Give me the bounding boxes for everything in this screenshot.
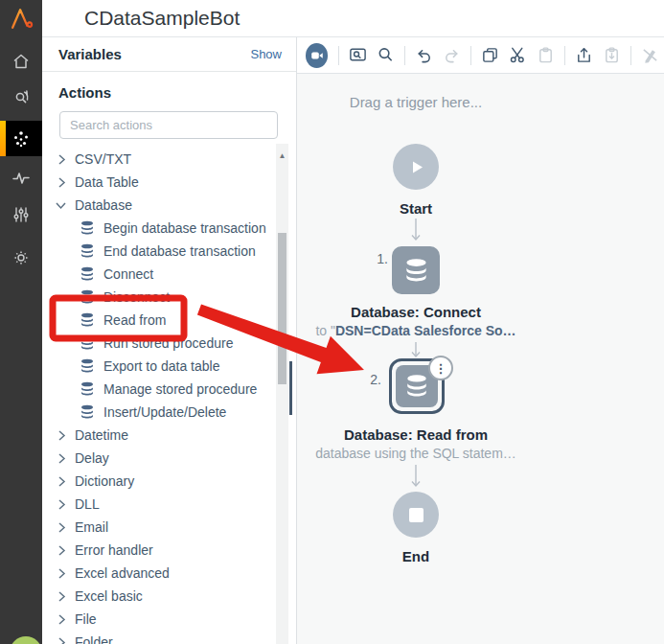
subtitle-prefix: to " [315, 323, 335, 338]
action-item-run-stored-procedure[interactable]: Run stored procedure [42, 332, 296, 355]
action-group-excel-basic[interactable]: Excel basic [42, 585, 296, 608]
find-icon[interactable] [349, 46, 367, 64]
action-item-disconnect[interactable]: Disconnect [42, 286, 296, 309]
zoom-icon[interactable] [377, 46, 395, 64]
discovery-icon[interactable] [0, 82, 42, 113]
actions-title: Actions [58, 84, 296, 101]
action-group-dictionary[interactable]: Dictionary [42, 470, 296, 493]
group-label: Excel advanced [75, 565, 170, 581]
canvas-toolbar [297, 37, 664, 74]
database-icon [80, 358, 95, 374]
action-group-csv-txt[interactable]: CSV/TXT [42, 148, 296, 171]
scrollbar-thumb[interactable] [278, 233, 286, 384]
chevron-right-icon [55, 635, 68, 644]
node-number: 1. [374, 251, 388, 266]
connector-arrow [410, 218, 422, 242]
action-group-email[interactable]: Email [42, 516, 296, 539]
start-node[interactable] [393, 144, 439, 190]
chevron-right-icon [55, 474, 68, 488]
group-label: Error handler [75, 542, 153, 558]
panel-scrollbar[interactable]: ▲ [276, 144, 288, 644]
chevron-down-icon [55, 198, 68, 212]
action-item-connect[interactable]: Connect [42, 263, 296, 286]
action-item-end-database-transaction[interactable]: End database transaction [42, 240, 296, 263]
action-group-file[interactable]: File [42, 608, 296, 631]
top-bar: CDataSampleBot [42, 0, 664, 37]
app-sidebar [0, 0, 42, 644]
stop-icon [409, 508, 424, 522]
action-group-data-table[interactable]: Data Table [42, 171, 296, 194]
action-group-error-handler[interactable]: Error handler [42, 539, 296, 562]
flow-area: Drag a trigger here... Start 1. Database… [297, 74, 664, 644]
copy-icon[interactable] [481, 46, 499, 64]
upload-icon[interactable] [575, 46, 593, 64]
scroll-up-arrow[interactable]: ▲ [276, 151, 288, 160]
group-label: DLL [75, 496, 100, 512]
action-group-excel-advanced[interactable]: Excel advanced [42, 562, 296, 585]
action-label: Manage stored procedure [103, 381, 257, 397]
action-item-read-from[interactable]: Read from [42, 309, 296, 332]
automation-anywhere-logo[interactable] [0, 0, 42, 38]
sliders-icon[interactable] [0, 199, 42, 230]
variables-show-link[interactable]: Show [250, 47, 282, 61]
end-node-label: End [297, 548, 535, 564]
undo-icon[interactable] [415, 46, 433, 64]
action-group-delay[interactable]: Delay [42, 447, 296, 470]
database-icon [80, 243, 95, 259]
node-menu-ellipsis-icon[interactable]: ⋮ [428, 356, 453, 380]
action-item-insert-update-delete[interactable]: Insert/Update/Delete [42, 401, 296, 424]
home-icon[interactable] [0, 46, 42, 77]
action-label: End database transaction [103, 243, 256, 259]
group-label: Delay [75, 450, 109, 466]
chevron-right-icon [55, 520, 68, 534]
action-group-database[interactable]: Database [42, 194, 296, 217]
flow-canvas: Drag a trigger here... Start 1. Database… [296, 37, 664, 644]
edit-disabled-icon[interactable] [641, 46, 659, 64]
node-title: Database: Read from [297, 426, 535, 443]
panel-resize-handle[interactable] [289, 361, 292, 415]
group-label: Email [75, 519, 108, 535]
cut-icon[interactable] [509, 46, 527, 64]
node-subtitle: to "DSN=CData Salesforce So… [297, 323, 535, 338]
action-label: Read from [103, 312, 166, 328]
action-item-export-to-data-table[interactable]: Export to data table [42, 355, 296, 378]
node-database-connect[interactable] [392, 246, 440, 294]
group-label: CSV/TXT [75, 151, 131, 167]
search-actions-input[interactable] [59, 111, 278, 139]
group-label: Database [75, 197, 132, 213]
action-label: Disconnect [103, 289, 170, 305]
action-item-begin-database-transaction[interactable]: Begin database transaction [42, 217, 296, 240]
toolbar-separator [338, 46, 339, 65]
connector-arrow [410, 342, 422, 358]
redo-icon[interactable] [443, 46, 461, 64]
chevron-right-icon [55, 175, 68, 189]
group-label: Dictionary [75, 473, 134, 489]
activity-icon[interactable] [0, 163, 42, 194]
node-title: Database: Connect [297, 304, 535, 320]
paste-icon[interactable] [537, 46, 555, 64]
group-label: Datetime [75, 427, 128, 443]
database-icon [80, 404, 95, 420]
action-group-datetime[interactable]: Datetime [42, 424, 296, 447]
chevron-right-icon [55, 497, 68, 511]
action-group-dll[interactable]: DLL [42, 493, 296, 516]
actions-panel: Variables Show Actions CSV/TXT Data Tabl… [42, 37, 296, 644]
group-label: Data Table [75, 174, 139, 190]
end-node[interactable] [393, 492, 439, 538]
record-icon[interactable] [306, 43, 328, 68]
chevron-right-icon [55, 543, 68, 557]
group-label: File [75, 611, 97, 627]
toolbar-separator [630, 46, 631, 65]
bot-title: CDataSampleBot [84, 7, 240, 30]
chevron-right-icon [55, 428, 68, 442]
gear-icon[interactable] [0, 242, 42, 273]
subtitle-value: DSN=CData Salesforce So… [335, 323, 516, 338]
chevron-right-icon [55, 451, 68, 465]
download-icon[interactable] [603, 46, 621, 64]
database-icon [80, 220, 95, 236]
actions-palette-icon[interactable] [0, 121, 42, 156]
chevron-right-icon [55, 589, 68, 603]
action-item-manage-stored-procedure[interactable]: Manage stored procedure [42, 378, 296, 401]
action-label: Begin database transaction [103, 220, 266, 236]
action-group-folder[interactable]: Folder [42, 631, 296, 644]
